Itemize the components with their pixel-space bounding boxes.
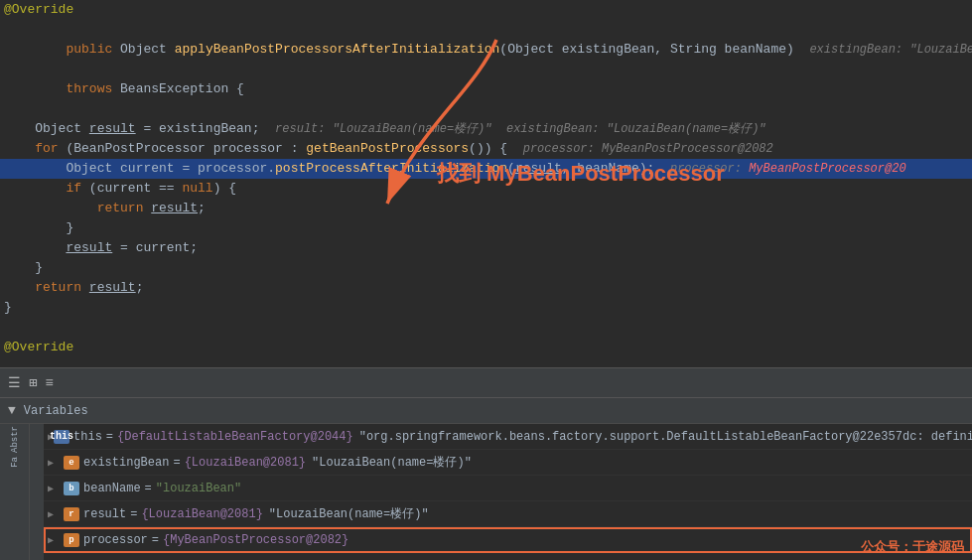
code-line-15 [0, 318, 972, 338]
var-ref-processor: {MyBeanPostProcessor@2082} [163, 533, 348, 547]
var-name-result: result [83, 507, 126, 521]
grid-icon[interactable]: ⊞ [29, 374, 37, 391]
list-icon[interactable]: ☰ [8, 374, 21, 391]
var-name-beanName: beanName [83, 482, 141, 495]
variables-header: ▼ Variables [0, 398, 972, 424]
expand-beanName[interactable]: ▶ [48, 483, 64, 494]
variable-this[interactable]: ▶ this this = {DefaultListableBeanFactor… [44, 424, 972, 450]
abstract-label: Abstr [10, 426, 20, 453]
var-name-processor: processor [83, 533, 148, 547]
variable-result[interactable]: ▶ r result = {LouzaiBean@2081} "LouzaiBe… [44, 501, 972, 527]
filter-sidebar-label: Fa [10, 457, 20, 468]
variable-existingBean[interactable]: ▶ e existingBean = {LouzaiBean@2081} "Lo… [44, 450, 972, 476]
this-icon: this [54, 430, 69, 444]
debug-toolbar: ☰ ⊞ ≡ [0, 368, 972, 398]
code-line-16: @Override [0, 338, 972, 357]
code-line-4 [0, 99, 972, 119]
existingBean-icon: e [64, 456, 79, 470]
code-line-11: result = current; [0, 238, 972, 258]
var-ref-this: {DefaultListableBeanFactory@2044} [117, 430, 353, 444]
code-line-9: return result; [0, 199, 972, 218]
var-name-existingBean: existingBean [83, 456, 169, 470]
code-line-8: if (current == null) { [0, 179, 972, 199]
code-line-6: for (BeanPostProcessor processor : getBe… [0, 139, 972, 159]
var-desc-this: "org.springframework.beans.factory.suppo… [359, 430, 972, 444]
debug-panel: ☰ ⊞ ≡ ▼ Variables Abstr Fa ▶ this [0, 367, 972, 560]
code-line-10: } [0, 218, 972, 238]
columns-icon[interactable]: ≡ [45, 375, 53, 391]
code-line-5: Object result = existingBean; result: "L… [0, 119, 972, 139]
var-ref-beanName: "louzaiBean" [156, 482, 241, 495]
var-ref-result: {LouzaiBean@2081} [141, 507, 262, 521]
var-ref-existingBean: {LouzaiBean@2081} [185, 456, 306, 470]
variable-beanName[interactable]: ▶ b beanName = "louzaiBean" [44, 476, 972, 501]
variables-list: ▶ this this = {DefaultListableBeanFactor… [44, 424, 972, 560]
var-desc-result: "LouzaiBean(name=楼仔)" [269, 505, 429, 522]
code-line-12: } [0, 258, 972, 278]
expand-existingBean[interactable]: ▶ [48, 457, 64, 469]
beanName-icon: b [64, 482, 79, 495]
processor-icon: p [64, 533, 79, 547]
left-panel: Abstr Fa [0, 424, 30, 560]
result-icon: r [64, 507, 79, 521]
code-line-14: } [0, 298, 972, 318]
code-line-7-highlighted: Object current = processor.postProcessAf… [0, 159, 972, 179]
code-line-3: throws BeansException { [0, 79, 972, 99]
variable-processor[interactable]: ▶ p processor = {MyBeanPostProcessor@208… [44, 527, 972, 553]
expand-processor[interactable]: ▶ [48, 534, 64, 546]
var-name-this: this [73, 430, 102, 444]
var-desc-existingBean: "LouzaiBean(name=楼仔)" [312, 454, 472, 471]
app-container: @Override public Object applyBeanPostPro… [0, 0, 972, 560]
expand-result[interactable]: ▶ [48, 508, 64, 520]
code-editor[interactable]: @Override public Object applyBeanPostPro… [0, 0, 972, 367]
code-line-2: public Object applyBeanPostProcessorsAft… [0, 20, 972, 79]
filter-icon[interactable]: ▼ [8, 403, 16, 418]
variables-label: Variables [24, 404, 88, 418]
code-line-13: return result; [0, 278, 972, 298]
code-line-1: @Override [0, 0, 972, 20]
